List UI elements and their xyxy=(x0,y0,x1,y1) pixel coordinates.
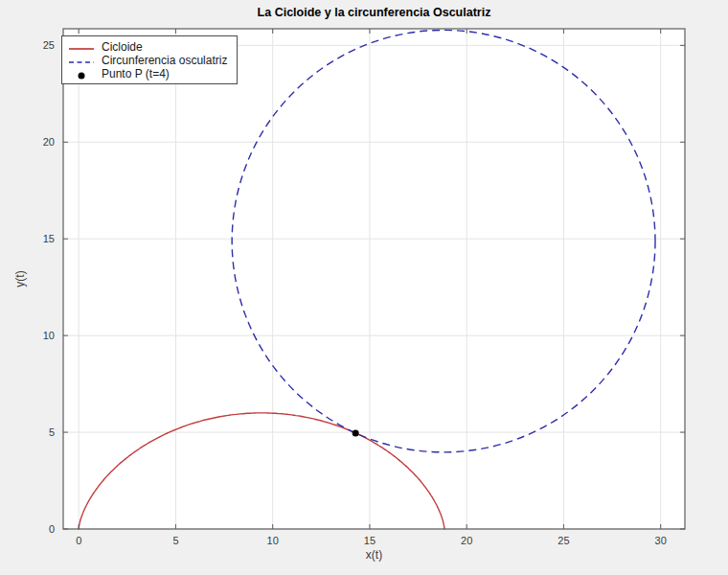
legend-entry-punto-p: Punto P (t=4) xyxy=(68,67,227,80)
legend-dot xyxy=(79,72,85,79)
y-axis-label: y(t) xyxy=(13,250,27,308)
legend-entry-cicloide: Cicloide xyxy=(68,40,227,53)
legend-sample-dashed-line-icon xyxy=(68,55,95,66)
legend[interactable]: Cicloide Circunferencia osculatriz Punto… xyxy=(61,35,238,84)
point-p-marker xyxy=(353,429,359,436)
axes-background xyxy=(63,29,685,529)
legend-label-punto-p: Punto P (t=4) xyxy=(102,67,170,80)
legend-sample-line-cicloide-icon xyxy=(68,41,95,53)
legend-entry-circunferencia: Circunferencia osculatriz xyxy=(68,54,227,66)
figure-window: La Cicloide y la circunferencia Osculatr… xyxy=(0,0,728,575)
legend-sample-dot-marker-icon xyxy=(68,68,95,80)
x-axis-label: x(t) xyxy=(63,548,685,562)
plot-area xyxy=(0,0,728,575)
legend-label-cicloide: Cicloide xyxy=(102,40,143,54)
legend-label-circunferencia: Circunferencia osculatriz xyxy=(102,54,227,67)
